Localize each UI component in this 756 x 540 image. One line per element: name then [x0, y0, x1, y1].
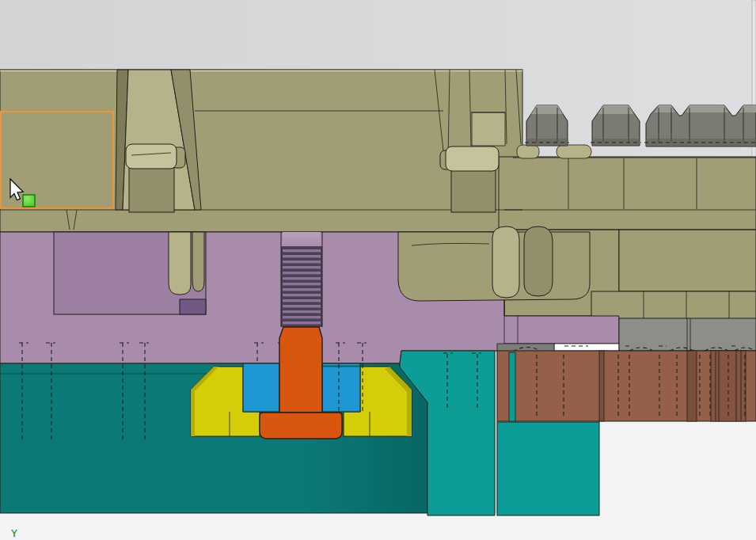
guide-bush-right[interactable] [322, 363, 360, 412]
selection-handle[interactable] [23, 195, 35, 207]
section-view-canvas[interactable]: Y [0, 0, 756, 540]
cap-screw-head-cluster[interactable] [644, 105, 756, 146]
leader-bushing-center[interactable] [398, 226, 590, 301]
axis-label-y: Y [11, 527, 17, 539]
leader-pin-left[interactable] [169, 232, 204, 295]
guide-bush-left[interactable] [243, 363, 279, 412]
ejector-pin-section[interactable] [509, 352, 515, 421]
pocket-insert[interactable] [180, 299, 206, 314]
riser-block-right[interactable] [497, 422, 599, 515]
stripper-plate-brown[interactable] [497, 351, 756, 421]
clearance-gap [554, 344, 619, 351]
cad-viewport[interactable]: Y [0, 0, 756, 540]
threaded-hole[interactable] [281, 232, 322, 327]
